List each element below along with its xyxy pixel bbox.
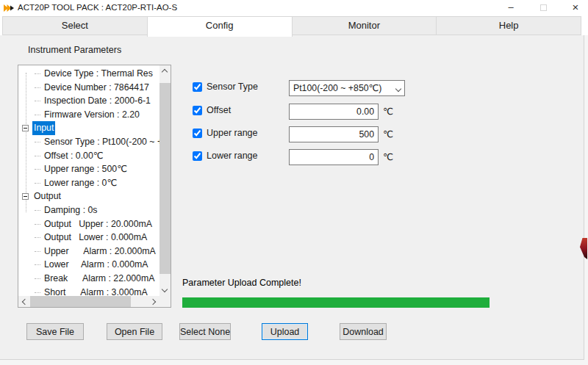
save-file-button[interactable]: Save File (26, 323, 84, 340)
open-file-button[interactable]: Open File (107, 323, 162, 340)
tree-item[interactable]: Inspection Date : 2000-6-1 (18, 94, 159, 108)
collapse-expander-icon[interactable] (22, 125, 29, 131)
scroll-up-icon[interactable] (159, 65, 171, 76)
tree-item[interactable]: Sensor Type : Pt100(-200 ~ + (18, 135, 159, 149)
tree-item[interactable]: Input (18, 121, 159, 135)
progress-bar (182, 297, 490, 308)
tree-item-label: Inspection Date : 2000-6-1 (43, 94, 152, 108)
tree-item[interactable]: Short Alarm : 3.000mA (18, 286, 159, 297)
tree-item-label: Lower range : 0℃ (43, 176, 118, 190)
tree-item[interactable]: Device Type : Thermal Res (18, 67, 159, 81)
window-right-strip (584, 35, 588, 360)
offset-checkbox[interactable] (193, 106, 202, 115)
tree-item-label: Break Alarm : 22.000mA (43, 272, 156, 286)
app-logo-icon (4, 3, 14, 13)
offset-label: Offset (207, 105, 231, 115)
title-bar[interactable]: ACT20P TOOL PACK : ACT20P-RTI-AO-S – × (0, 0, 588, 16)
vertical-scroll-thumb[interactable] (159, 83, 171, 274)
tree-horizontal-scrollbar[interactable] (18, 296, 159, 307)
offset-unit: ℃ (383, 106, 393, 117)
tree-item-label: Firmware Version : 2.20 (43, 108, 141, 122)
select-none-button[interactable]: Select None (179, 323, 231, 340)
config-page: Instrument Parameters Device Type : Ther… (0, 35, 584, 360)
tree-item-label: Upper range : 500℃ (43, 162, 129, 176)
tree-item[interactable]: Output Upper : 20.000mA (18, 217, 159, 231)
tab-monitor[interactable]: Monitor (292, 16, 437, 35)
offset-label-group: Offset (193, 105, 231, 115)
window-bottom-strip (0, 360, 588, 365)
tab-bar: Select Config Monitor Help (2, 16, 581, 35)
tree-item-label: Device Type : Thermal Res (43, 67, 154, 81)
tree-item[interactable]: Lower range : 0℃ (18, 176, 159, 190)
tree-item[interactable]: Output (18, 189, 159, 203)
offset-input[interactable] (289, 104, 379, 120)
tree-item-label: Output Upper : 20.000mA (43, 217, 154, 231)
tree-item[interactable]: Upper Alarm : 20.000mA (18, 245, 159, 259)
param-row-offset: Offset ℃ (193, 105, 231, 121)
scroll-down-icon[interactable] (159, 285, 171, 296)
sensor-type-label-group: Sensor Type (193, 82, 258, 92)
lower-range-checkbox[interactable] (193, 151, 202, 161)
tree-item[interactable]: Break Alarm : 22.000mA (18, 272, 159, 286)
tab-select[interactable]: Select (2, 16, 148, 35)
sensor-type-checkbox[interactable] (193, 82, 202, 92)
tree-item[interactable]: Lower Alarm : 0.000mA (18, 258, 159, 272)
tree-item-label: Lower Alarm : 0.000mA (43, 258, 149, 272)
collapse-expander-icon[interactable] (22, 193, 29, 200)
horizontal-scroll-thumb[interactable] (30, 296, 131, 307)
tree-rows: Device Type : Thermal ResDevice Number :… (18, 67, 159, 296)
scroll-left-icon[interactable] (18, 296, 29, 307)
lower-range-label: Lower range (207, 151, 258, 161)
param-row-upper-range: Upper range ℃ (193, 128, 258, 144)
tree-item-label: Upper Alarm : 20.000mA (43, 245, 157, 259)
tree-item[interactable]: Output Lower : 0.000mA (18, 231, 159, 245)
app-window: ACT20P TOOL PACK : ACT20P-RTI-AO-S – × S… (0, 0, 588, 365)
tree-item-label: Device Number : 7864417 (43, 81, 151, 95)
scrollbar-corner (159, 296, 171, 307)
lower-range-input[interactable] (289, 149, 379, 165)
tree-item[interactable]: Firmware Version : 2.20 (18, 108, 159, 122)
tree-vertical-scrollbar[interactable] (159, 65, 171, 296)
tree-item-label: Offset : 0.00℃ (43, 149, 105, 163)
tree-item-label: Short Alarm : 3.000mA (43, 286, 149, 297)
download-button[interactable]: Download (340, 323, 387, 340)
tree-item[interactable]: Damping : 0s (18, 203, 159, 217)
upper-range-checkbox[interactable] (193, 129, 202, 138)
sensor-type-value: Pt100(-200 ~ +850℃) (293, 83, 381, 93)
maximize-icon (540, 4, 547, 11)
close-button[interactable]: × (563, 0, 588, 16)
sensor-type-label: Sensor Type (207, 82, 258, 92)
status-message: Parameter Upload Complete! (182, 278, 301, 288)
upload-button[interactable]: Upload (262, 323, 308, 340)
tree-item-label: Output (32, 189, 62, 203)
param-row-sensor-type: Sensor Type Pt100(-200 ~ +850℃) (193, 82, 258, 98)
tree-item-label: Sensor Type : Pt100(-200 ~ + (43, 135, 159, 149)
scroll-right-icon[interactable] (148, 296, 159, 307)
upper-range-unit: ℃ (383, 129, 393, 140)
minimize-button[interactable]: – (498, 0, 523, 16)
tree-item-label: Damping : 0s (43, 203, 98, 217)
tree-item[interactable]: Device Number : 7864417 (18, 81, 159, 95)
tab-help[interactable]: Help (436, 16, 581, 35)
param-row-lower-range: Lower range ℃ (193, 151, 258, 167)
parameter-tree: Device Type : Thermal ResDevice Number :… (18, 65, 171, 308)
maximize-button (531, 0, 556, 16)
tree-item[interactable]: Upper range : 500℃ (18, 162, 159, 176)
chevron-down-icon (395, 86, 401, 92)
upper-range-label: Upper range (207, 128, 258, 138)
sensor-type-dropdown[interactable]: Pt100(-200 ~ +850℃) (289, 80, 405, 96)
tree-item-label: Output Lower : 0.000mA (43, 231, 148, 245)
tree-item[interactable]: Offset : 0.00℃ (18, 149, 159, 163)
upper-range-input[interactable] (289, 126, 379, 142)
lower-range-unit: ℃ (383, 151, 393, 162)
window-title: ACT20P TOOL PACK : ACT20P-RTI-AO-S (18, 3, 177, 12)
lower-range-label-group: Lower range (193, 151, 258, 161)
tab-config[interactable]: Config (147, 16, 293, 37)
tree-caption: Instrument Parameters (28, 45, 121, 55)
upper-range-label-group: Upper range (193, 128, 258, 138)
tree-item-label-selected: Input (32, 121, 55, 135)
